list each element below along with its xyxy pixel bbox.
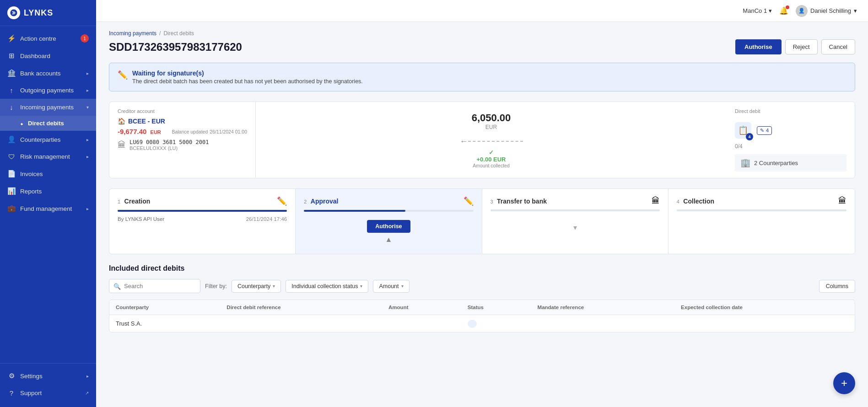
authorise-button[interactable]: Authorise [735,39,782,54]
search-input[interactable] [109,279,200,293]
chevron-right-icon: ▸ [86,88,89,93]
step-progress-bar [677,209,846,211]
sidebar-item-fund-management[interactable]: 💼 Fund management ▸ [0,200,96,217]
incoming-payments-icon: ↓ [7,103,16,111]
chevron-down-icon: ▾ [86,105,89,110]
bank-icon: 🏛 [118,140,126,150]
dd-progress: 0/4 [735,143,846,150]
cancel-button[interactable]: Cancel [821,39,855,54]
dashboard-icon: ⊞ [7,52,16,60]
sidebar-item-risk-management[interactable]: 🛡 Risk management ▸ [0,148,96,165]
chevron-right-icon: ▸ [86,206,89,211]
sidebar-subitem-label: Direct debits [28,120,64,127]
step-date: 26/11/2024 17:46 [246,216,287,222]
sidebar-item-dashboard[interactable]: ⊞ Dashboard [0,47,96,64]
step-bank-icon: 🏛 [652,196,660,206]
sidebar-item-bank-accounts[interactable]: 🏦 Bank accounts ▸ [0,64,96,82]
sidebar-item-label: Outgoing payments [20,87,74,94]
filter-row: 🔍 Filter by: Counterparty ▾ Individual c… [109,279,855,293]
step-collection-icon: 🏛 [838,196,846,206]
th-amount: Amount [382,300,461,315]
step-header: 3 Transfer to bank 🏛 [491,196,660,206]
direct-debit-label: Direct debit [735,108,846,114]
sidebar-item-label: Dashboard [20,53,50,59]
step-name: Transfer to bank [497,198,547,205]
sidebar-item-reports[interactable]: 📊 Reports [0,182,96,200]
step-number: 4 [677,199,679,204]
outgoing-payments-icon: ↑ [7,86,16,94]
account-name-text[interactable]: BCEE - EUR [128,118,165,125]
sidebar-item-label: Reports [20,188,42,195]
columns-button[interactable]: Columns [819,280,855,293]
sidebar-item-invoices[interactable]: 📄 Invoices [0,165,96,182]
sidebar-item-settings[interactable]: ⚙ Settings ▸ [0,367,96,385]
counterparty-filter-button[interactable]: Counterparty ▾ [232,280,281,293]
add-fab-button[interactable]: + [833,372,855,394]
chevron-right-icon: ▸ [86,71,89,76]
chevron-right-icon: ▸ [86,374,89,379]
invoices-icon: 📄 [7,170,16,178]
td-reference [220,315,382,332]
dd-sig-required: 4 [766,128,769,133]
counterparties-count: 2 Counterparties [754,160,798,166]
sidebar-item-label: Fund management [20,205,72,212]
sidebar-item-outgoing-payments[interactable]: ↑ Outgoing payments ▸ [0,82,96,99]
td-counterparty: Trust S.A. [109,315,220,332]
sidebar-item-action-centre[interactable]: ⚡ Action centre 1 [0,30,96,47]
step-progress-fill [118,210,287,212]
step-number: 3 [491,199,493,204]
balance-updated: Balance updated 26/11/2024 01:00 [172,129,247,134]
section-title: Included direct debits [109,264,855,273]
dd-counterparties: 🏢 2 Counterparties [735,154,846,171]
chevron-down-icon: ▾ [573,224,577,231]
collection-status-filter-button[interactable]: Individual collection status ▾ [286,280,368,293]
collection-status-filter-label: Individual collection status [291,283,358,289]
manco-selector[interactable]: ManCo 1 ▾ [743,7,772,14]
logo-icon [7,6,20,19]
sidebar-item-counterparties[interactable]: 👤 Counterparties ▸ [0,131,96,148]
manco-chevron-icon: ▾ [769,7,772,14]
reject-button[interactable]: Reject [785,39,818,54]
step-progress-bar [491,209,660,211]
user-menu[interactable]: 👤 Daniel Schilling ▾ [796,5,857,17]
step-by: By LYNKS API User [118,216,164,222]
chevron-up-icon: ▲ [385,236,392,243]
breadcrumb: Incoming payments / Direct debits [109,30,855,37]
step-header: 2 Approval ✏️ [304,196,473,206]
table-body: Trust S.A. [109,315,855,332]
sidebar-item-incoming-payments[interactable]: ↓ Incoming payments ▾ [0,99,96,116]
workflow-step-approval: 2 Approval ✏️ Authorise ▲ [296,189,482,254]
td-mandate [531,315,675,332]
notifications-button[interactable]: 🔔 [779,6,788,15]
step-number: 2 [304,199,307,204]
sidebar-item-label: Bank accounts [20,70,61,77]
balance-updated-date: 26/11/2024 01:00 [210,129,247,134]
sidebar-item-label: Risk management [20,153,70,160]
chevron-right-icon: ▸ [86,137,89,142]
user-chevron-icon: ▾ [854,7,857,14]
account-iban: LU69 0080 3681 5000 2001 [129,139,209,145]
amount-filter-button[interactable]: Amount ▾ [373,280,409,293]
collected-label: Amount collected [473,163,510,168]
sidebar-item-direct-debits[interactable]: ⬥ Direct debits [0,116,96,131]
included-direct-debits-section: Included direct debits 🔍 Filter by: Coun… [109,264,855,332]
td-amount [382,315,461,332]
th-counterparty: Counterparty [109,300,220,315]
th-status: Status [461,300,531,315]
chevron-right-icon: ▸ [86,154,89,159]
dd-file-count: 4 [746,133,753,140]
sidebar-item-support[interactable]: ? Support ↗ [0,385,96,402]
sidebar-item-label: Support [20,390,42,396]
sidebar-item-label: Action centre [20,35,56,42]
fund-management-icon: 💼 [7,204,16,213]
balance-row: -9,677.40 EUR Balance updated 26/11/2024… [118,128,247,135]
breadcrumb-parent[interactable]: Incoming payments [109,30,156,37]
td-status [461,315,531,332]
sidebar-item-label: Settings [20,373,43,380]
chevron-down-icon: ▾ [360,284,362,289]
user-name: Daniel Schilling [810,7,851,14]
step-authorise-button[interactable]: Authorise [367,220,410,233]
step-collapse[interactable]: ▲ [304,233,473,246]
direct-debit-card: Direct debit 📋 4 ✎ 4 0/4 🏢 2 Counterpart… [727,102,855,178]
sidebar: LYNKS ⚡ Action centre 1 ⊞ Dashboard 🏦 Ba… [0,0,96,407]
